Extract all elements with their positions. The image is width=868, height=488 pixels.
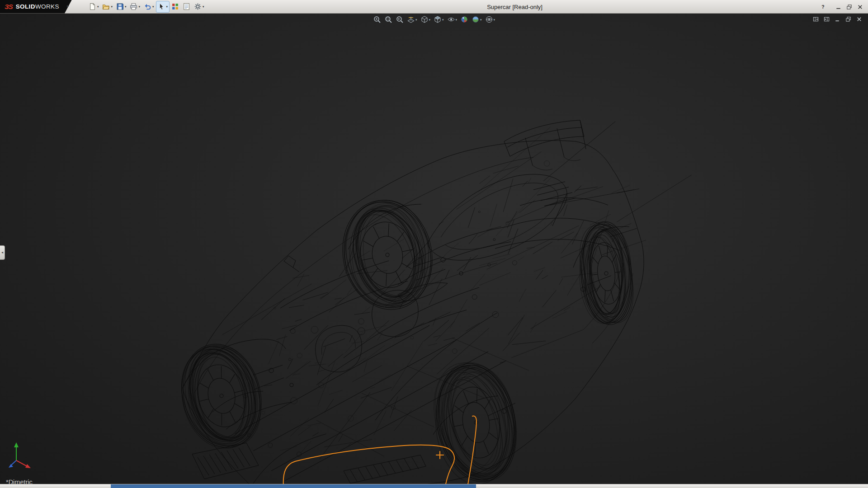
xpress-products-icon bbox=[171, 3, 179, 10]
pane-toggle-right-icon bbox=[823, 16, 830, 23]
window-controls: ? bbox=[819, 1, 864, 12]
featuremanager-flyout-tab[interactable]: ◂ bbox=[0, 245, 5, 260]
options-button[interactable]: ▾ bbox=[193, 1, 206, 12]
taskbar-active-item[interactable] bbox=[111, 484, 476, 488]
open-icon bbox=[102, 3, 110, 10]
solidworks-logo: ЗS SOLIDWORKS bbox=[0, 0, 72, 14]
close-doc-button[interactable] bbox=[856, 16, 863, 23]
titlebar: ЗS SOLIDWORKS ▸ ▾▾▾▾▾▾▾ Supercar [Read-o… bbox=[0, 0, 868, 14]
print-button[interactable]: ▾ bbox=[128, 1, 142, 12]
graphics-area[interactable]: ▾▾▾▾▾▾ *Dimetric bbox=[0, 14, 868, 484]
previous-view-icon bbox=[396, 15, 404, 23]
dropdown-arrow-icon[interactable]: ▾ bbox=[480, 18, 482, 21]
new-document-icon bbox=[89, 3, 96, 10]
dropdown-arrow-icon[interactable]: ▾ bbox=[111, 5, 113, 8]
pane-toggle-left-button[interactable] bbox=[812, 16, 819, 23]
view-settings-button[interactable]: ▾ bbox=[485, 15, 496, 24]
view-orientation-label: *Dimetric bbox=[6, 479, 33, 484]
svg-text:?: ? bbox=[821, 5, 824, 9]
restore-doc-icon bbox=[845, 16, 852, 23]
help-button[interactable]: ? bbox=[819, 3, 827, 11]
zoom-to-fit-icon bbox=[373, 15, 381, 23]
edit-appearance-button[interactable] bbox=[460, 15, 469, 24]
minimize-doc-button[interactable] bbox=[834, 16, 841, 23]
brand-works: WORKS bbox=[35, 3, 59, 10]
quick-access-toolbar: ▾▾▾▾▾▾▾ bbox=[87, 1, 206, 12]
dropdown-arrow-icon[interactable]: ▾ bbox=[97, 5, 99, 8]
file-properties-icon bbox=[183, 3, 190, 10]
undo-button[interactable]: ▾ bbox=[142, 1, 156, 12]
hide-show-items-button[interactable]: ▾ bbox=[447, 15, 458, 24]
apply-scene-icon bbox=[472, 15, 480, 23]
new-document-button[interactable]: ▾ bbox=[87, 1, 100, 12]
apply-scene-button[interactable]: ▾ bbox=[471, 15, 482, 24]
collapse-arrow-icon: ◂ bbox=[1, 251, 3, 254]
select-button[interactable]: ▾ bbox=[156, 1, 170, 12]
minimize-button[interactable] bbox=[834, 3, 843, 11]
document-window-controls bbox=[812, 16, 863, 23]
undo-icon bbox=[144, 3, 151, 10]
document-title: Supercar [Read-only] bbox=[487, 4, 542, 10]
dropdown-arrow-icon[interactable]: ▾ bbox=[415, 18, 417, 21]
display-style-button[interactable]: ▾ bbox=[433, 15, 444, 24]
xpress-products-button[interactable] bbox=[170, 1, 180, 12]
3ds-logo-icon: ЗS bbox=[5, 3, 13, 10]
close-doc-icon bbox=[856, 16, 863, 23]
zoom-to-area-button[interactable] bbox=[384, 15, 393, 24]
save-button[interactable]: ▾ bbox=[115, 1, 128, 12]
section-view-icon bbox=[407, 15, 415, 23]
display-style-icon bbox=[434, 15, 442, 23]
print-icon bbox=[130, 3, 137, 10]
view-orientation-icon bbox=[420, 15, 428, 23]
edit-appearance-icon bbox=[460, 15, 468, 23]
close-icon bbox=[857, 4, 863, 10]
orientation-triad bbox=[3, 441, 39, 472]
headsup-view-toolbar: ▾▾▾▾▾▾ bbox=[373, 15, 495, 24]
taskbar bbox=[0, 484, 868, 488]
close-button[interactable] bbox=[856, 3, 864, 11]
menu-expand-arrow-icon[interactable]: ▸ bbox=[67, 4, 69, 8]
dropdown-arrow-icon[interactable]: ▾ bbox=[166, 5, 168, 8]
dropdown-arrow-icon[interactable]: ▾ bbox=[203, 5, 204, 8]
restore-icon bbox=[846, 4, 853, 10]
options-icon bbox=[194, 3, 202, 10]
brand-solid: SOLID bbox=[16, 3, 35, 10]
dropdown-arrow-icon[interactable]: ▾ bbox=[442, 18, 444, 21]
dropdown-arrow-icon[interactable]: ▾ bbox=[456, 18, 458, 21]
save-icon bbox=[116, 3, 124, 10]
dropdown-arrow-icon[interactable]: ▾ bbox=[494, 18, 495, 21]
view-settings-icon bbox=[485, 15, 493, 23]
view-orientation-button[interactable]: ▾ bbox=[420, 15, 431, 24]
brand-name: SOLIDWORKS bbox=[16, 3, 59, 10]
restore-button[interactable] bbox=[845, 3, 854, 11]
car-wheels-wireframe bbox=[163, 185, 644, 484]
restore-doc-button[interactable] bbox=[845, 16, 852, 23]
previous-view-button[interactable] bbox=[395, 15, 404, 24]
section-view-button[interactable]: ▾ bbox=[406, 15, 418, 24]
pane-toggle-right-button[interactable] bbox=[823, 16, 830, 23]
zoom-to-fit-button[interactable] bbox=[373, 15, 382, 24]
minimize-icon bbox=[835, 4, 842, 10]
hide-show-items-icon bbox=[447, 15, 455, 23]
wireframe-car-model[interactable] bbox=[0, 14, 868, 484]
open-button[interactable]: ▾ bbox=[101, 1, 114, 12]
dropdown-arrow-icon[interactable]: ▾ bbox=[152, 5, 154, 8]
zoom-to-area-icon bbox=[384, 15, 392, 23]
dropdown-arrow-icon[interactable]: ▾ bbox=[429, 18, 430, 21]
dropdown-arrow-icon[interactable]: ▾ bbox=[138, 5, 140, 8]
file-properties-button[interactable] bbox=[181, 1, 192, 12]
dropdown-arrow-icon[interactable]: ▾ bbox=[125, 5, 127, 8]
select-icon bbox=[158, 3, 165, 10]
pane-toggle-left-icon bbox=[812, 16, 819, 23]
minimize-doc-icon bbox=[834, 16, 841, 23]
help-icon: ? bbox=[820, 4, 826, 10]
